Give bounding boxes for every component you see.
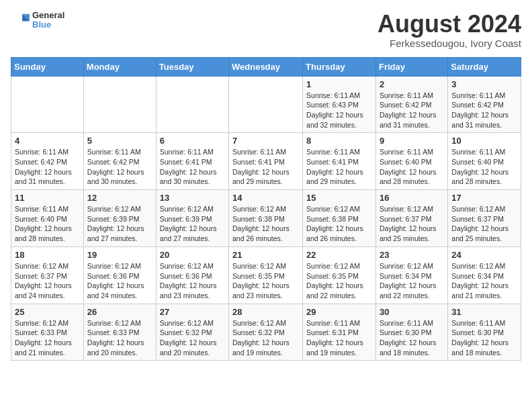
calendar-cell: 24Sunrise: 6:12 AM Sunset: 6:34 PM Dayli…: [448, 246, 521, 304]
day-info: Sunrise: 6:11 AM Sunset: 6:42 PM Dayligh…: [87, 147, 152, 187]
day-info: Sunrise: 6:12 AM Sunset: 6:37 PM Dayligh…: [15, 261, 80, 301]
day-info: Sunrise: 6:11 AM Sunset: 6:41 PM Dayligh…: [306, 147, 372, 187]
day-number: 21: [232, 250, 299, 260]
day-number: 14: [232, 193, 299, 203]
day-info: Sunrise: 6:12 AM Sunset: 6:36 PM Dayligh…: [160, 261, 225, 301]
page-header: General Blue August 2024 Ferkessedougou,…: [11, 11, 521, 49]
calendar-cell: [11, 76, 84, 133]
day-number: 26: [87, 307, 152, 317]
title-area: August 2024 Ferkessedougou, Ivory Coast: [378, 11, 521, 49]
day-info: Sunrise: 6:12 AM Sunset: 6:35 PM Dayligh…: [232, 261, 299, 301]
day-info: Sunrise: 6:12 AM Sunset: 6:36 PM Dayligh…: [87, 261, 152, 301]
day-info: Sunrise: 6:11 AM Sunset: 6:42 PM Dayligh…: [15, 147, 80, 187]
calendar-cell: 28Sunrise: 6:12 AM Sunset: 6:32 PM Dayli…: [229, 304, 303, 361]
day-info: Sunrise: 6:12 AM Sunset: 6:37 PM Dayligh…: [380, 204, 444, 244]
day-info: Sunrise: 6:12 AM Sunset: 6:34 PM Dayligh…: [380, 261, 444, 301]
day-number: 25: [15, 307, 80, 317]
calendar-cell: 9Sunrise: 6:11 AM Sunset: 6:40 PM Daylig…: [375, 133, 447, 190]
calendar-cell: 29Sunrise: 6:11 AM Sunset: 6:31 PM Dayli…: [303, 304, 376, 361]
day-number: 1: [306, 79, 372, 89]
weekday-header-wednesday: Wednesday: [229, 57, 303, 76]
calendar-week-1: 1Sunrise: 6:11 AM Sunset: 6:43 PM Daylig…: [11, 76, 521, 133]
month-year: August 2024: [378, 11, 521, 38]
day-info: Sunrise: 6:12 AM Sunset: 6:32 PM Dayligh…: [232, 318, 299, 358]
day-info: Sunrise: 6:11 AM Sunset: 6:41 PM Dayligh…: [160, 147, 225, 187]
day-info: Sunrise: 6:12 AM Sunset: 6:34 PM Dayligh…: [451, 261, 517, 301]
weekday-header-monday: Monday: [83, 57, 156, 76]
day-number: 16: [380, 193, 444, 203]
day-number: 31: [451, 307, 517, 317]
calendar-cell: 17Sunrise: 6:12 AM Sunset: 6:37 PM Dayli…: [448, 190, 521, 247]
day-info: Sunrise: 6:12 AM Sunset: 6:38 PM Dayligh…: [232, 204, 299, 244]
calendar-cell: 4Sunrise: 6:11 AM Sunset: 6:42 PM Daylig…: [11, 133, 84, 190]
day-number: 11: [15, 193, 80, 203]
calendar-cell: [156, 76, 228, 133]
day-number: 28: [232, 307, 299, 317]
logo-text: General Blue: [32, 11, 64, 30]
day-info: Sunrise: 6:11 AM Sunset: 6:40 PM Dayligh…: [15, 204, 80, 244]
calendar-cell: 21Sunrise: 6:12 AM Sunset: 6:35 PM Dayli…: [229, 246, 303, 304]
logo-line1: General: [32, 11, 64, 20]
calendar-cell: 3Sunrise: 6:11 AM Sunset: 6:42 PM Daylig…: [448, 76, 521, 133]
day-info: Sunrise: 6:11 AM Sunset: 6:42 PM Dayligh…: [380, 91, 444, 130]
day-info: Sunrise: 6:11 AM Sunset: 6:40 PM Dayligh…: [380, 147, 444, 187]
weekday-header-saturday: Saturday: [448, 57, 521, 76]
calendar-cell: 14Sunrise: 6:12 AM Sunset: 6:38 PM Dayli…: [229, 190, 303, 247]
day-info: Sunrise: 6:12 AM Sunset: 6:39 PM Dayligh…: [87, 204, 152, 244]
calendar-cell: 2Sunrise: 6:11 AM Sunset: 6:42 PM Daylig…: [375, 76, 447, 133]
calendar-week-2: 4Sunrise: 6:11 AM Sunset: 6:42 PM Daylig…: [11, 133, 521, 190]
calendar-cell: 27Sunrise: 6:12 AM Sunset: 6:32 PM Dayli…: [156, 304, 228, 361]
day-number: 4: [15, 136, 80, 146]
logo: General Blue: [11, 11, 64, 30]
calendar-cell: 20Sunrise: 6:12 AM Sunset: 6:36 PM Dayli…: [156, 246, 228, 304]
calendar-cell: 6Sunrise: 6:11 AM Sunset: 6:41 PM Daylig…: [156, 133, 228, 190]
day-info: Sunrise: 6:12 AM Sunset: 6:33 PM Dayligh…: [87, 318, 152, 358]
day-number: 8: [306, 136, 372, 146]
calendar-cell: 31Sunrise: 6:11 AM Sunset: 6:30 PM Dayli…: [448, 304, 521, 361]
day-info: Sunrise: 6:11 AM Sunset: 6:30 PM Dayligh…: [451, 318, 517, 358]
calendar-cell: 16Sunrise: 6:12 AM Sunset: 6:37 PM Dayli…: [375, 190, 447, 247]
day-number: 7: [232, 136, 299, 146]
day-number: 12: [87, 193, 152, 203]
calendar-cell: 23Sunrise: 6:12 AM Sunset: 6:34 PM Dayli…: [375, 246, 447, 304]
calendar-cell: 18Sunrise: 6:12 AM Sunset: 6:37 PM Dayli…: [11, 246, 84, 304]
day-number: 30: [380, 307, 444, 317]
weekday-header-row: SundayMondayTuesdayWednesdayThursdayFrid…: [11, 57, 521, 76]
calendar-cell: 8Sunrise: 6:11 AM Sunset: 6:41 PM Daylig…: [303, 133, 376, 190]
day-number: 19: [87, 250, 152, 260]
weekday-header-friday: Friday: [375, 57, 447, 76]
day-info: Sunrise: 6:11 AM Sunset: 6:31 PM Dayligh…: [306, 318, 372, 358]
calendar-cell: 25Sunrise: 6:12 AM Sunset: 6:33 PM Dayli…: [11, 304, 84, 361]
day-number: 10: [451, 136, 517, 146]
day-number: 27: [160, 307, 225, 317]
calendar-cell: 15Sunrise: 6:12 AM Sunset: 6:38 PM Dayli…: [303, 190, 376, 247]
calendar-cell: 10Sunrise: 6:11 AM Sunset: 6:40 PM Dayli…: [448, 133, 521, 190]
day-number: 24: [451, 250, 517, 260]
calendar-cell: 12Sunrise: 6:12 AM Sunset: 6:39 PM Dayli…: [83, 190, 156, 247]
day-info: Sunrise: 6:12 AM Sunset: 6:39 PM Dayligh…: [160, 204, 225, 244]
day-number: 2: [380, 79, 444, 89]
calendar-cell: 13Sunrise: 6:12 AM Sunset: 6:39 PM Dayli…: [156, 190, 228, 247]
day-info: Sunrise: 6:12 AM Sunset: 6:38 PM Dayligh…: [306, 204, 372, 244]
calendar-cell: [229, 76, 303, 133]
day-number: 6: [160, 136, 225, 146]
day-number: 17: [451, 193, 517, 203]
location: Ferkessedougou, Ivory Coast: [378, 38, 521, 49]
calendar-table: SundayMondayTuesdayWednesdayThursdayFrid…: [11, 57, 521, 361]
calendar-cell: 19Sunrise: 6:12 AM Sunset: 6:36 PM Dayli…: [83, 246, 156, 304]
day-number: 18: [15, 250, 80, 260]
calendar-cell: 26Sunrise: 6:12 AM Sunset: 6:33 PM Dayli…: [83, 304, 156, 361]
day-number: 13: [160, 193, 225, 203]
weekday-header-thursday: Thursday: [303, 57, 376, 76]
calendar-week-4: 18Sunrise: 6:12 AM Sunset: 6:37 PM Dayli…: [11, 246, 521, 304]
calendar-cell: 30Sunrise: 6:11 AM Sunset: 6:30 PM Dayli…: [375, 304, 447, 361]
day-info: Sunrise: 6:12 AM Sunset: 6:35 PM Dayligh…: [306, 261, 372, 301]
day-info: Sunrise: 6:11 AM Sunset: 6:40 PM Dayligh…: [451, 147, 517, 187]
logo-icon: [11, 11, 30, 30]
day-number: 5: [87, 136, 152, 146]
calendar-cell: 11Sunrise: 6:11 AM Sunset: 6:40 PM Dayli…: [11, 190, 84, 247]
calendar-cell: 22Sunrise: 6:12 AM Sunset: 6:35 PM Dayli…: [303, 246, 376, 304]
logo-line2: Blue: [32, 20, 64, 30]
day-info: Sunrise: 6:12 AM Sunset: 6:32 PM Dayligh…: [160, 318, 225, 358]
calendar-cell: [83, 76, 156, 133]
